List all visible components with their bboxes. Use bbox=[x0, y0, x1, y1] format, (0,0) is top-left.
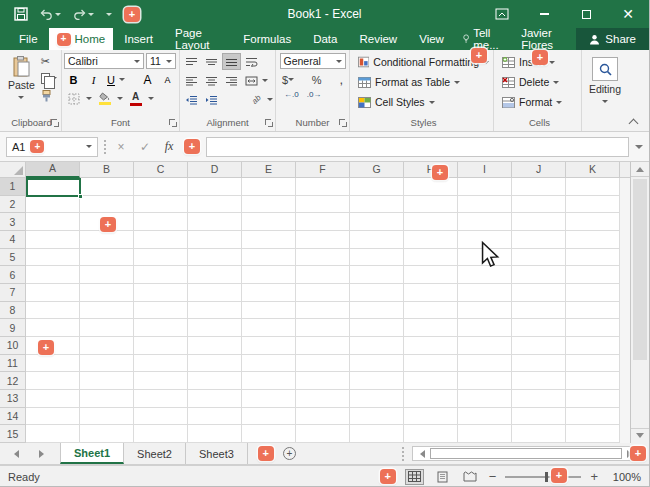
cell-F14[interactable] bbox=[296, 408, 350, 426]
zoom-in-button[interactable]: + bbox=[590, 469, 598, 484]
row-header-13[interactable]: 13 bbox=[0, 390, 26, 408]
fill-handle[interactable] bbox=[78, 194, 83, 199]
tab-file[interactable]: File bbox=[8, 28, 49, 50]
cell-E9[interactable] bbox=[242, 319, 296, 337]
cell-C9[interactable] bbox=[134, 319, 188, 337]
ribbon-display-options-button[interactable] bbox=[481, 0, 523, 28]
cell-G8[interactable] bbox=[350, 302, 404, 320]
cell-H2[interactable] bbox=[404, 196, 458, 214]
previous-sheet-button[interactable] bbox=[10, 450, 19, 458]
cell-J11[interactable] bbox=[512, 355, 566, 373]
cell-J7[interactable] bbox=[512, 284, 566, 302]
cell-K8[interactable] bbox=[566, 302, 620, 320]
cell-K2[interactable] bbox=[566, 196, 620, 214]
cell-G14[interactable] bbox=[350, 408, 404, 426]
row-header-6[interactable]: 6 bbox=[0, 266, 26, 284]
cell-K10[interactable] bbox=[566, 337, 620, 355]
cell-A11[interactable] bbox=[26, 355, 80, 373]
cell-I8[interactable] bbox=[458, 302, 512, 320]
row-header-7[interactable]: 7 bbox=[0, 284, 26, 302]
cell-J12[interactable] bbox=[512, 372, 566, 390]
cell-B8[interactable] bbox=[80, 302, 134, 320]
cell-E5[interactable] bbox=[242, 249, 296, 267]
cell-E4[interactable] bbox=[242, 231, 296, 249]
comma-style-button[interactable]: , bbox=[339, 72, 343, 87]
cell-G6[interactable] bbox=[350, 266, 404, 284]
name-box-dropdown-icon[interactable] bbox=[86, 145, 92, 151]
row-header-8[interactable]: 8 bbox=[0, 302, 26, 320]
cell-F7[interactable] bbox=[296, 284, 350, 302]
cell-E6[interactable] bbox=[242, 266, 296, 284]
user-name[interactable]: Javier Flores bbox=[513, 28, 576, 50]
orientation-dropdown-icon[interactable] bbox=[267, 98, 273, 104]
cell-H4[interactable] bbox=[404, 231, 458, 249]
bottom-align-button[interactable] bbox=[222, 53, 241, 70]
editing-button[interactable]: Editing bbox=[584, 55, 626, 108]
cell-G7[interactable] bbox=[350, 284, 404, 302]
cell-F8[interactable] bbox=[296, 302, 350, 320]
row-header-11[interactable]: 11 bbox=[0, 355, 26, 373]
cut-button[interactable]: ✂ bbox=[39, 53, 59, 70]
tab-insert[interactable]: Insert bbox=[113, 28, 164, 50]
cell-C15[interactable] bbox=[134, 425, 188, 443]
row-header-12[interactable]: 12 bbox=[0, 372, 26, 390]
tell-me-box[interactable]: Tell me... bbox=[455, 28, 513, 50]
cell-H12[interactable] bbox=[404, 372, 458, 390]
cell-H1[interactable] bbox=[404, 178, 458, 196]
cell-C12[interactable] bbox=[134, 372, 188, 390]
cell-I7[interactable] bbox=[458, 284, 512, 302]
font-color-dropdown-icon[interactable] bbox=[148, 97, 154, 103]
cell-I14[interactable] bbox=[458, 408, 512, 426]
editing-dropdown-icon[interactable] bbox=[602, 100, 608, 106]
formula-input[interactable] bbox=[206, 137, 629, 157]
expand-formula-bar-icon[interactable] bbox=[635, 145, 643, 153]
cell-K7[interactable] bbox=[566, 284, 620, 302]
orientation-button[interactable]: ab bbox=[247, 91, 266, 108]
cell-I2[interactable] bbox=[458, 196, 512, 214]
tab-formulas[interactable]: Formulas bbox=[232, 28, 302, 50]
fill-color-button[interactable] bbox=[95, 90, 114, 107]
cell-J3[interactable] bbox=[512, 213, 566, 231]
cell-A13[interactable] bbox=[26, 390, 80, 408]
annotation-badge-hscroll[interactable]: + bbox=[630, 446, 646, 461]
cell-F6[interactable] bbox=[296, 266, 350, 284]
cancel-button[interactable]: × bbox=[112, 138, 130, 156]
cell-G3[interactable] bbox=[350, 213, 404, 231]
cell-J10[interactable] bbox=[512, 337, 566, 355]
cell-G15[interactable] bbox=[350, 425, 404, 443]
font-dialog-launcher[interactable] bbox=[169, 119, 177, 127]
cell-H13[interactable] bbox=[404, 390, 458, 408]
cell-C8[interactable] bbox=[134, 302, 188, 320]
cell-D15[interactable] bbox=[188, 425, 242, 443]
cell-I15[interactable] bbox=[458, 425, 512, 443]
alignment-dialog-launcher[interactable] bbox=[265, 119, 273, 127]
format-cells-button[interactable]: Format bbox=[500, 93, 579, 111]
copy-button[interactable] bbox=[39, 70, 59, 87]
select-all-corner[interactable] bbox=[0, 162, 26, 178]
cell-K15[interactable] bbox=[566, 425, 620, 443]
row-header-5[interactable]: 5 bbox=[0, 249, 26, 267]
cell-E3[interactable] bbox=[242, 213, 296, 231]
cell-F11[interactable] bbox=[296, 355, 350, 373]
italic-button[interactable]: I bbox=[84, 71, 103, 88]
cell-J4[interactable] bbox=[512, 231, 566, 249]
cell-K14[interactable] bbox=[566, 408, 620, 426]
accounting-format-button[interactable]: $ bbox=[282, 74, 294, 86]
formula-bar-drag-handle[interactable] bbox=[104, 140, 106, 154]
cell-A12[interactable] bbox=[26, 372, 80, 390]
cell-G10[interactable] bbox=[350, 337, 404, 355]
annotation-badge-zoom[interactable]: + bbox=[551, 468, 567, 483]
cell-D11[interactable] bbox=[188, 355, 242, 373]
cell-C6[interactable] bbox=[134, 266, 188, 284]
cell-B12[interactable] bbox=[80, 372, 134, 390]
cell-H8[interactable] bbox=[404, 302, 458, 320]
clipboard-dialog-launcher[interactable] bbox=[51, 119, 59, 127]
column-header-A[interactable]: A bbox=[26, 162, 80, 178]
cell-J5[interactable] bbox=[512, 249, 566, 267]
cell-H5[interactable] bbox=[404, 249, 458, 267]
cell-H14[interactable] bbox=[404, 408, 458, 426]
cell-E12[interactable] bbox=[242, 372, 296, 390]
number-format-select[interactable]: General bbox=[280, 53, 346, 69]
cell-D13[interactable] bbox=[188, 390, 242, 408]
cell-B9[interactable] bbox=[80, 319, 134, 337]
